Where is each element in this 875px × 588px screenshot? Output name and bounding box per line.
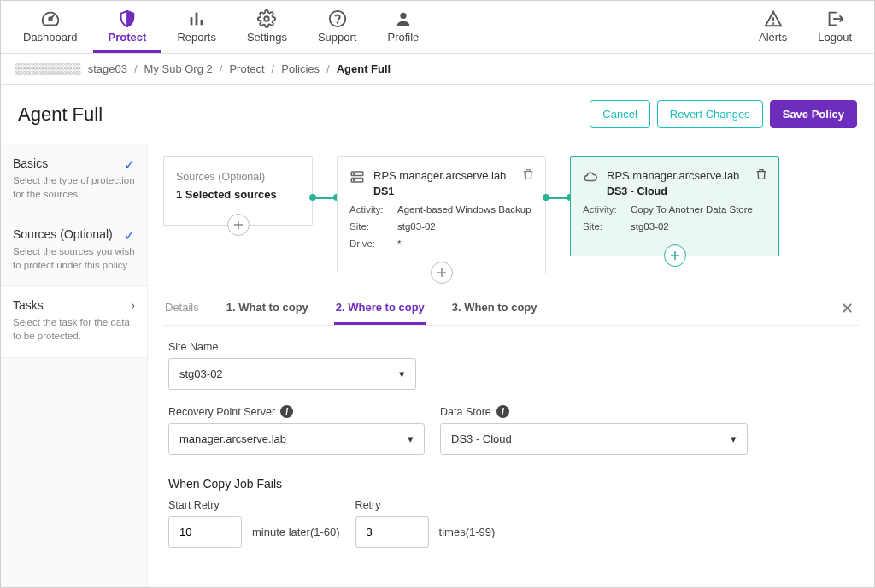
nav-logout-label: Logout (818, 31, 852, 44)
nav-profile[interactable]: Profile (372, 1, 434, 53)
nav-protect-label: Protect (109, 31, 147, 44)
kv-val: stg03-02 (397, 221, 436, 232)
breadcrumb-policies[interactable]: Policies (281, 62, 320, 75)
kv-key: Site: (349, 221, 397, 232)
nav-settings[interactable]: Settings (232, 1, 302, 53)
delete-task-button[interactable] (755, 168, 768, 181)
svg-rect-2 (201, 19, 203, 24)
check-icon: ✓ (124, 156, 135, 173)
datastore-select[interactable]: DS3 - Cloud ▾ (440, 423, 748, 455)
nav-dashboard[interactable]: Dashboard (8, 1, 93, 53)
retry-input[interactable] (355, 516, 429, 548)
start-retry-label: Start Retry (168, 499, 340, 511)
plus-icon (233, 220, 244, 230)
plus-icon (670, 250, 680, 261)
caret-down-icon: ▾ (399, 368, 405, 380)
svg-point-7 (772, 23, 773, 24)
breadcrumb-sep: / (134, 62, 138, 75)
task-card-backup[interactable]: RPS manager.arcserve.lab DS1 Activity:Ag… (337, 156, 546, 273)
save-policy-button[interactable]: Save Policy (770, 100, 857, 128)
nav-protect[interactable]: Protect (93, 1, 162, 53)
trash-icon (755, 168, 768, 181)
breadcrumb-org[interactable]: stage03 (88, 62, 127, 75)
tab-when-to-copy[interactable]: 3. When to copy (450, 292, 539, 325)
breadcrumb-suborg[interactable]: My Sub Org 2 (144, 62, 213, 75)
caret-down-icon: ▾ (408, 432, 414, 445)
info-icon[interactable]: i (496, 405, 509, 418)
close-panel-button[interactable]: ✕ (836, 294, 859, 323)
rps-select[interactable]: manager.arcserve.lab ▾ (168, 423, 425, 455)
where-to-copy-form: Site Name stg03-02 ▾ Recovery Point Serv… (163, 326, 859, 551)
svg-point-5 (337, 22, 338, 23)
nav-alerts-label: Alerts (759, 31, 787, 44)
sidebar-basics-title: Basics (13, 156, 135, 170)
connector (313, 156, 337, 199)
nav-dashboard-label: Dashboard (23, 31, 78, 44)
help-icon (328, 9, 347, 29)
page-title: Agent Full (18, 103, 103, 126)
kv-val: Agent-based Windows Backup (397, 204, 531, 215)
datastore-value: DS3 - Cloud (451, 432, 512, 445)
kv-val: * (397, 238, 401, 249)
trash-icon (521, 168, 535, 181)
datastore-label: Data Storei (440, 405, 748, 418)
tab-details[interactable]: Details (163, 292, 201, 325)
breadcrumb-root[interactable]: ▒▒▒▒▒▒▒▒ (15, 62, 81, 75)
nav-reports[interactable]: Reports (161, 1, 232, 53)
breadcrumb-sep: / (326, 62, 330, 75)
breadcrumb: ▒▒▒▒▒▒▒▒ stage03 / My Sub Org 2 / Protec… (1, 54, 874, 85)
task-graph: Sources (Optional) 1 Selected sources RP… (163, 156, 859, 273)
task1-title: RPS manager.arcserve.lab (373, 169, 506, 182)
chevron-right-icon: › (131, 298, 135, 312)
connector (546, 156, 570, 199)
nav-logout[interactable]: Logout (802, 1, 867, 53)
sidebar-sources[interactable]: Sources (Optional) ✓ Select the sources … (1, 215, 147, 286)
task1-datastore: DS1 (373, 185, 506, 197)
svg-point-10 (354, 173, 355, 175)
svg-rect-0 (191, 17, 193, 25)
tab-where-to-copy[interactable]: 2. Where to copy (334, 292, 426, 325)
bar-chart-icon (187, 9, 206, 29)
add-task-button[interactable] (431, 262, 453, 284)
tab-what-to-copy[interactable]: 1. What to copy (225, 292, 310, 325)
delete-task-button[interactable] (521, 168, 535, 181)
breadcrumb-current: Agent Full (337, 62, 391, 75)
kv-key: Drive: (349, 238, 397, 249)
nav-alerts[interactable]: Alerts (743, 1, 802, 53)
person-icon (394, 9, 413, 29)
cancel-button[interactable]: Cancel (590, 100, 649, 128)
gear-icon (257, 9, 276, 29)
kv-val: stg03-02 (631, 221, 669, 232)
kv-key: Activity: (583, 204, 631, 215)
sidebar-sources-desc: Select the sources you wish to protect u… (13, 244, 135, 272)
task2-title: RPS manager.arcserve.lab (607, 169, 739, 182)
info-icon[interactable]: i (280, 405, 293, 418)
server-icon (349, 169, 365, 185)
revert-button[interactable]: Revert Changes (657, 100, 763, 128)
svg-point-11 (354, 179, 355, 181)
task2-datastore: DS3 - Cloud (607, 185, 739, 197)
site-name-value: stg03-02 (179, 368, 223, 380)
gauge-icon (41, 9, 60, 29)
svg-point-6 (400, 12, 406, 18)
nav-support[interactable]: Support (302, 1, 373, 53)
alert-icon (764, 9, 783, 29)
svg-point-3 (265, 16, 270, 21)
start-retry-input[interactable] (168, 516, 242, 548)
plus-icon (437, 268, 447, 278)
task-card-copy[interactable]: RPS manager.arcserve.lab DS3 - Cloud Act… (570, 156, 779, 256)
sources-card[interactable]: Sources (Optional) 1 Selected sources (163, 156, 313, 226)
breadcrumb-protect[interactable]: Protect (229, 62, 264, 75)
sources-card-count: 1 Selected sources (176, 188, 300, 201)
sidebar-basics[interactable]: Basics ✓ Select the type of protection f… (1, 144, 147, 215)
sidebar-tasks[interactable]: Tasks › Select the task for the data to … (1, 286, 147, 357)
check-icon: ✓ (124, 227, 135, 244)
main-panel: Sources (Optional) 1 Selected sources RP… (148, 144, 874, 588)
copy-fail-heading: When Copy Job Fails (168, 477, 854, 491)
sidebar-sources-title: Sources (Optional) (13, 227, 135, 241)
breadcrumb-sep: / (220, 62, 223, 75)
add-source-button[interactable] (227, 214, 250, 236)
add-task-button[interactable] (664, 244, 686, 267)
site-name-select[interactable]: stg03-02 ▾ (168, 358, 416, 390)
rps-label: Recovery Point Serveri (168, 405, 425, 418)
